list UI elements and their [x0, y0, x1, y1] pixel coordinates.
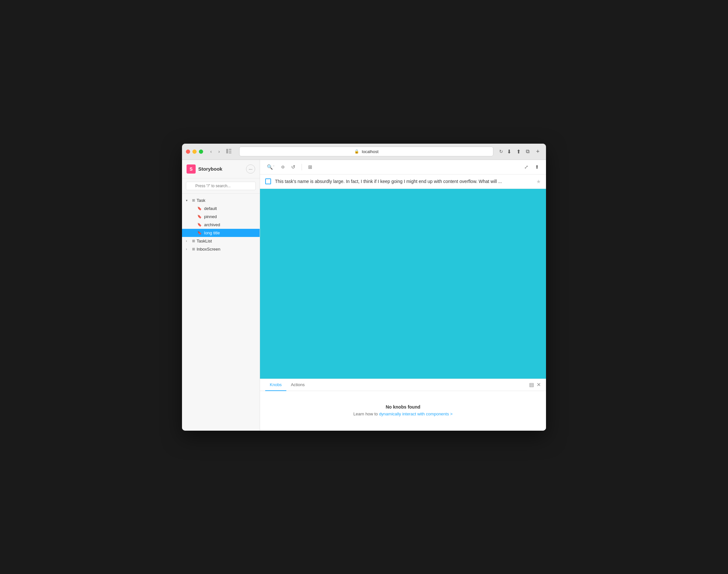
preview-tools-right: ⤢ ⬆ — [523, 163, 541, 171]
component-icon: ⊞ — [192, 247, 195, 251]
search-input[interactable] — [186, 182, 256, 190]
panel-close-button[interactable]: ✕ — [537, 381, 541, 388]
share-button[interactable]: ⬆ — [515, 147, 522, 156]
new-tab-button[interactable]: + — [533, 147, 542, 156]
sidebar-item-inboxscreen-label: InboxScreen — [197, 247, 220, 252]
sidebar-item-tasklist-label: TaskList — [197, 239, 212, 243]
storybook-logo-icon: S — [186, 164, 196, 173]
bookmark-icon: 🔖 — [197, 206, 202, 211]
refresh-button[interactable]: ↻ — [499, 149, 503, 154]
close-button[interactable] — [186, 150, 190, 154]
browser-window: ‹ › 🔒 localhost ↻ ⬇ ⬆ ⧉ + S — [182, 144, 546, 430]
minimize-button[interactable] — [192, 150, 197, 154]
svg-rect-0 — [226, 149, 228, 153]
sidebar-header: S Storybook ··· — [182, 160, 260, 178]
chevron-right-icon: › — [186, 239, 190, 243]
lock-icon: 🔒 — [354, 149, 359, 154]
toolbar-right: ⬇ ⬆ ⧉ — [506, 147, 531, 156]
bottom-content: No knobs found Learn how to dynamically … — [260, 391, 546, 430]
preview-area: 🔍− ⊖ ↺ ⊞ ⤢ ⬆ This task's name is absurdl… — [260, 160, 546, 430]
tab-knobs[interactable]: Knobs — [265, 379, 286, 391]
component-icon: ⊞ — [192, 198, 195, 203]
sidebar-item-task-label: Task — [197, 198, 205, 203]
download-button[interactable]: ⬇ — [506, 147, 513, 156]
svg-rect-2 — [229, 151, 231, 152]
sidebar-item-task-pinned[interactable]: 🔖 pinned — [182, 213, 260, 221]
search-bar: 🔍 — [182, 178, 260, 194]
address-bar[interactable]: 🔒 localhost — [239, 147, 494, 156]
chevron-right-icon: › — [186, 247, 190, 251]
title-bar: ‹ › 🔒 localhost ↻ ⬇ ⬆ ⧉ + — [182, 144, 546, 160]
no-knobs-title: No knobs found — [386, 404, 421, 410]
sidebar-item-inboxscreen[interactable]: › ⊞ InboxScreen — [182, 245, 260, 253]
bookmark-icon: 🔖 — [197, 231, 202, 235]
sidebar-menu-button[interactable]: ··· — [246, 164, 255, 173]
bottom-tab-actions: ▤ ✕ — [529, 381, 541, 388]
sidebar-item-tasklist[interactable]: › ⊞ TaskList — [182, 237, 260, 245]
preview-tools-left: 🔍− ⊖ ↺ ⊞ — [265, 163, 314, 171]
storybook-logo: S Storybook — [186, 164, 222, 173]
search-wrapper: 🔍 — [186, 182, 256, 190]
sidebar-item-task-archived[interactable]: 🔖 archived — [182, 221, 260, 229]
task-checkbox[interactable] — [265, 178, 271, 184]
chevron-down-icon: ▾ — [186, 199, 190, 202]
panel-layout-button[interactable]: ▤ — [529, 381, 534, 388]
bottom-tabs: Knobs Actions ▤ ✕ — [260, 379, 546, 391]
sidebar-toggle-button[interactable] — [224, 148, 233, 156]
sidebar-item-task-default[interactable]: 🔖 default — [182, 204, 260, 213]
task-title: This task's name is absurdly large. In f… — [275, 179, 532, 184]
zoom-out-button[interactable]: 🔍− — [265, 163, 276, 171]
traffic-lights — [186, 150, 203, 154]
duplicate-tab-button[interactable]: ⧉ — [524, 147, 531, 156]
main-content: S Storybook ··· 🔍 ▾ ⊞ Task — [182, 160, 546, 430]
sidebar-item-longtitle-label: long title — [204, 231, 220, 235]
tab-actions[interactable]: Actions — [286, 379, 309, 391]
bookmark-icon: 🔖 — [197, 214, 202, 219]
preview-frame: This task's name is absurdly large. In f… — [260, 174, 546, 379]
back-button[interactable]: ‹ — [208, 148, 214, 155]
zoom-reset-button[interactable]: ↺ — [290, 163, 297, 171]
component-icon: ⊞ — [192, 239, 195, 243]
preview-toolbar: 🔍− ⊖ ↺ ⊞ ⤢ ⬆ — [260, 160, 546, 174]
svg-rect-1 — [229, 149, 231, 150]
zoom-in-button[interactable]: ⊖ — [280, 163, 286, 170]
nav-tree: ▾ ⊞ Task 🔖 default 🔖 pinned 🔖 — [182, 194, 260, 430]
address-text: localhost — [362, 149, 378, 154]
svg-rect-3 — [229, 153, 231, 153]
no-knobs-link[interactable]: dynamically interact with components > — [379, 411, 453, 416]
sidebar-item-task[interactable]: ▾ ⊞ Task — [182, 196, 260, 204]
task-bar: This task's name is absurdly large. In f… — [260, 174, 546, 189]
grid-button[interactable]: ⊞ — [306, 163, 314, 171]
link-button[interactable]: ⬆ — [533, 163, 541, 171]
bottom-panel: Knobs Actions ▤ ✕ No knobs found Learn h… — [260, 379, 546, 430]
task-star-icon[interactable]: ★ — [536, 178, 541, 184]
sidebar-item-pinned-label: pinned — [204, 214, 217, 219]
sidebar-item-default-label: default — [204, 206, 217, 211]
sidebar-item-archived-label: archived — [204, 222, 220, 227]
fullscreen-button[interactable]: ⤢ — [523, 163, 530, 171]
sidebar: S Storybook ··· 🔍 ▾ ⊞ Task — [182, 160, 260, 430]
toolbar-divider — [302, 164, 302, 170]
bookmark-icon: 🔖 — [197, 223, 202, 227]
forward-button[interactable]: › — [216, 148, 222, 155]
canvas-area — [260, 189, 546, 379]
maximize-button[interactable] — [199, 150, 203, 154]
storybook-title: Storybook — [198, 166, 222, 172]
sidebar-item-task-longtitle[interactable]: 🔖 long title — [182, 229, 260, 237]
no-knobs-subtitle: Learn how to dynamically interact with c… — [353, 411, 453, 416]
no-knobs-text: Learn how to — [353, 411, 379, 416]
